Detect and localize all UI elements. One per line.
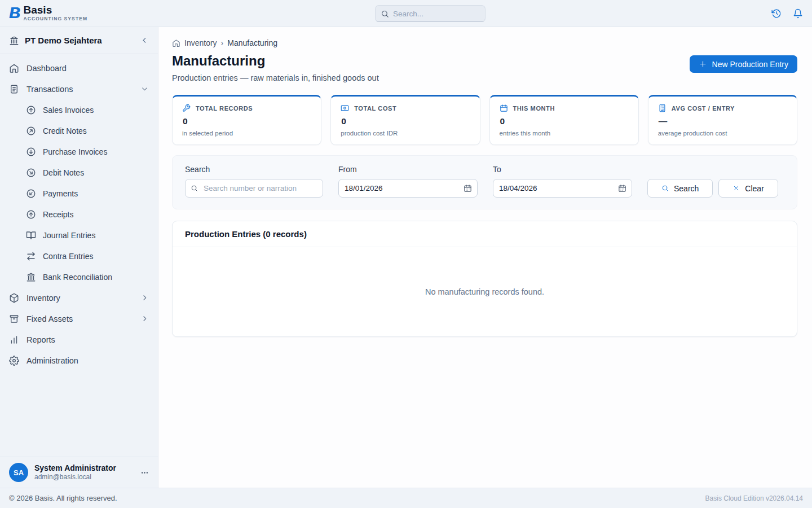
search-filter-input[interactable] bbox=[186, 179, 323, 197]
sidebar-item-transactions[interactable]: Transactions bbox=[0, 78, 158, 99]
sidebar-item-label: Reports bbox=[27, 335, 55, 344]
from-date-input[interactable] bbox=[339, 179, 477, 197]
search-icon bbox=[191, 185, 198, 192]
sidebar-item-label: Fixed Assets bbox=[27, 314, 73, 323]
archive-box-icon bbox=[9, 314, 19, 324]
brand-subtitle: ACCOUNTING SYSTEM bbox=[24, 16, 88, 21]
stat-sub: production cost IDR bbox=[341, 130, 470, 137]
new-production-entry-button[interactable]: New Production Entry bbox=[690, 55, 797, 73]
stat-sub: in selected period bbox=[182, 130, 311, 137]
search-filter-label: Search bbox=[185, 165, 323, 174]
search-button[interactable]: Search bbox=[647, 179, 713, 198]
sidebar-item-bank-reconciliation[interactable]: Bank Reconciliation bbox=[0, 266, 158, 287]
sidebar-item-receipts[interactable]: Receipts bbox=[0, 204, 158, 225]
stat-sub: average production cost bbox=[658, 130, 787, 137]
app-window: B Basis ACCOUNTING SYSTEM bbox=[0, 0, 812, 508]
notifications-bell-icon[interactable] bbox=[793, 8, 803, 19]
sidebar-item-payments[interactable]: Payments bbox=[0, 183, 158, 204]
breadcrumb-current: Manufacturing bbox=[227, 38, 277, 47]
breadcrumb-inventory[interactable]: Inventory bbox=[184, 38, 217, 47]
page-title: Manufacturing bbox=[172, 53, 379, 69]
from-date-field[interactable] bbox=[338, 179, 478, 198]
bar-chart-icon bbox=[9, 335, 19, 345]
sidebar-item-purchase-invoices[interactable]: Purchase Invoices bbox=[0, 141, 158, 162]
copyright-text: © 2026 Basis. All rights reserved. bbox=[9, 494, 117, 502]
sidebar-item-sales-invoices[interactable]: Sales Invoices bbox=[0, 99, 158, 120]
wrench-icon bbox=[182, 104, 191, 112]
clear-button[interactable]: Clear bbox=[718, 179, 778, 198]
home-icon bbox=[9, 63, 19, 73]
global-search[interactable] bbox=[375, 5, 486, 22]
sidebar-item-administration[interactable]: Administration bbox=[0, 350, 158, 371]
to-date-field[interactable] bbox=[493, 179, 632, 198]
plus-icon bbox=[699, 60, 707, 68]
sidebar-item-label: Receipts bbox=[43, 210, 73, 219]
calculator-icon bbox=[658, 104, 667, 112]
sidebar-item-label: Inventory bbox=[27, 294, 60, 303]
sidebar-item-label: Purchase Invoices bbox=[43, 147, 107, 156]
sidebar-item-contra-entries[interactable]: Contra Entries bbox=[0, 246, 158, 266]
gear-icon bbox=[9, 356, 19, 366]
close-icon bbox=[732, 185, 740, 192]
stat-value: — bbox=[659, 116, 787, 126]
calendar-icon bbox=[500, 104, 508, 112]
search-icon bbox=[661, 185, 669, 192]
banknote-icon bbox=[341, 104, 349, 112]
stat-card-total-records: TOTAL RECORDS 0 in selected period bbox=[172, 95, 321, 145]
sidebar: PT Demo Sejahtera Dashboard Transactions bbox=[0, 27, 158, 488]
stat-label: TOTAL COST bbox=[354, 105, 396, 112]
sidebar-item-dashboard[interactable]: Dashboard bbox=[0, 58, 158, 78]
sidebar-item-journal-entries[interactable]: Journal Entries bbox=[0, 225, 158, 246]
sidebar-item-label: Credit Notes bbox=[43, 126, 87, 135]
stat-value: 0 bbox=[500, 116, 629, 126]
stat-label: THIS MONTH bbox=[513, 105, 555, 112]
topbar: B Basis ACCOUNTING SYSTEM bbox=[0, 0, 812, 27]
footer: © 2026 Basis. All rights reserved. Basis… bbox=[0, 488, 812, 508]
user-email: admin@basis.local bbox=[34, 473, 134, 481]
book-open-icon bbox=[26, 230, 36, 240]
sidebar-item-reports[interactable]: Reports bbox=[0, 329, 158, 350]
history-icon[interactable] bbox=[771, 8, 782, 19]
from-date-label: From bbox=[338, 165, 478, 174]
search-filter-field[interactable] bbox=[185, 179, 323, 198]
sidebar-collapse-icon[interactable] bbox=[140, 36, 149, 45]
sidebar-item-credit-notes[interactable]: Credit Notes bbox=[0, 120, 158, 141]
arrow-up-right-circle-icon bbox=[26, 126, 36, 136]
search-icon bbox=[381, 10, 389, 18]
user-menu-ellipsis-icon[interactable] bbox=[140, 468, 149, 477]
global-search-input[interactable] bbox=[393, 10, 480, 18]
home-icon bbox=[172, 39, 180, 47]
cube-icon bbox=[9, 293, 19, 303]
stat-value: 0 bbox=[183, 116, 311, 126]
sidebar-item-fixed-assets[interactable]: Fixed Assets bbox=[0, 308, 158, 329]
sidebar-item-label: Bank Reconciliation bbox=[43, 273, 112, 282]
company-selector[interactable]: PT Demo Sejahtera bbox=[0, 27, 158, 54]
arrow-down-circle-icon bbox=[26, 147, 36, 157]
chevron-right-icon bbox=[140, 294, 149, 302]
to-date-label: To bbox=[493, 165, 632, 174]
sidebar-item-label: Debit Notes bbox=[43, 168, 84, 177]
sidebar-item-inventory[interactable]: Inventory bbox=[0, 287, 158, 308]
brand-name: Basis bbox=[24, 5, 88, 16]
empty-state-message: No manufacturing records found. bbox=[173, 247, 797, 336]
company-building-icon bbox=[9, 36, 19, 46]
stat-card-avg-cost: AVG COST / ENTRY — average production co… bbox=[648, 95, 797, 145]
sidebar-item-label: Transactions bbox=[27, 85, 73, 94]
user-section: SA System Administrator admin@basis.loca… bbox=[0, 457, 158, 488]
stat-label: AVG COST / ENTRY bbox=[672, 105, 735, 112]
page-subtitle: Production entries — raw materials in, f… bbox=[172, 73, 379, 82]
sidebar-item-label: Contra Entries bbox=[43, 252, 93, 261]
sidebar-item-label: Sales Invoices bbox=[43, 106, 94, 115]
sidebar-nav: Dashboard Transactions Sales Invoices bbox=[0, 54, 158, 457]
user-name: System Administrator bbox=[34, 463, 134, 474]
arrow-down-left-circle-icon bbox=[26, 189, 36, 199]
sidebar-item-debit-notes[interactable]: Debit Notes bbox=[0, 162, 158, 183]
results-title: Production Entries (0 records) bbox=[173, 221, 797, 247]
sidebar-item-label: Journal Entries bbox=[43, 231, 95, 240]
avatar: SA bbox=[9, 463, 28, 482]
arrow-down-right-circle-icon bbox=[26, 168, 36, 178]
stat-card-total-cost: TOTAL COST 0 production cost IDR bbox=[330, 95, 480, 145]
swap-arrows-icon bbox=[26, 251, 36, 261]
stat-value: 0 bbox=[341, 116, 470, 126]
to-date-input[interactable] bbox=[493, 179, 632, 197]
